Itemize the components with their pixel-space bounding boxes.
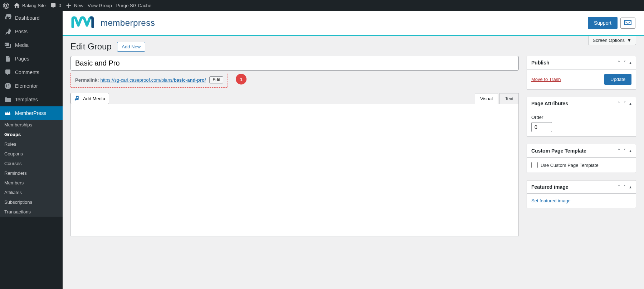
sidebar-submenu-memberpress: Memberships Groups Rules Coupons Courses… <box>0 120 63 217</box>
caret-down-icon[interactable]: ˅ <box>624 101 626 106</box>
wordpress-icon <box>3 3 9 9</box>
sidebar-item-memberpress[interactable]: MemberPress <box>0 106 63 120</box>
purge-cache-link[interactable]: Purge SG Cache <box>116 3 151 8</box>
memberpress-icon <box>4 110 11 117</box>
support-button[interactable]: Support <box>588 17 618 29</box>
sidebar-item-comments[interactable]: Comments <box>0 66 63 79</box>
sidebar-item-media[interactable]: Media <box>0 38 63 52</box>
page-attributes-metabox: Page Attributes ˄ ˅ ▴ Order <box>527 97 636 137</box>
plus-icon <box>65 3 72 9</box>
admin-sidebar: Dashboard Posts Media Pages Comments Ele… <box>0 11 63 289</box>
sidebar-sub-subscriptions[interactable]: Subscriptions <box>0 197 63 207</box>
caret-up-icon[interactable]: ˄ <box>618 101 620 106</box>
new-link[interactable]: New <box>65 3 83 9</box>
sidebar-sub-members[interactable]: Members <box>0 178 63 188</box>
publish-metabox: Publish ˄ ˅ ▴ Move to Trash Update <box>527 56 636 90</box>
group-title-input[interactable] <box>70 56 519 71</box>
publish-title: Publish <box>531 60 550 66</box>
caret-down-icon: ▼ <box>627 38 631 43</box>
sidebar-sub-memberships[interactable]: Memberships <box>0 120 63 130</box>
add-new-button[interactable]: Add New <box>117 42 145 52</box>
editor-tabs: Visual Text <box>475 93 519 104</box>
comment-count: 0 <box>59 3 61 8</box>
caret-up-icon[interactable]: ˄ <box>618 184 620 189</box>
sidebar-sub-transactions[interactable]: Transactions <box>0 207 63 217</box>
brand-bar: memberpress Support <box>63 11 644 36</box>
sidebar-item-pages[interactable]: Pages <box>0 52 63 66</box>
inbox-button[interactable] <box>620 18 635 29</box>
move-to-trash-link[interactable]: Move to Trash <box>531 77 561 82</box>
inbox-icon <box>624 20 631 25</box>
tab-visual[interactable]: Visual <box>475 93 498 104</box>
memberpress-mark-icon <box>71 16 97 30</box>
site-name: Baking Site <box>22 3 46 8</box>
update-button[interactable]: Update <box>604 74 631 85</box>
sidebar-sub-rules[interactable]: Rules <box>0 139 63 149</box>
main-content: memberpress Support Screen Options ▼ Edi… <box>63 11 644 289</box>
screen-options-toggle[interactable]: Screen Options ▼ <box>588 36 636 45</box>
sidebar-sub-coupons[interactable]: Coupons <box>0 149 63 159</box>
sidebar-item-dashboard[interactable]: Dashboard <box>0 11 63 25</box>
comments-icon <box>4 69 11 76</box>
custom-template-title: Custom Page Template <box>531 148 586 154</box>
dashboard-icon <box>4 14 11 21</box>
caret-top-icon[interactable]: ▴ <box>629 184 631 189</box>
wp-logo[interactable] <box>3 3 9 9</box>
edit-permalink-button[interactable]: Edit <box>209 76 223 83</box>
permalink-row: Permalink: https://sg-carl.caseproof.com… <box>70 73 228 88</box>
page-icon <box>4 55 11 62</box>
admin-top-bar: Baking Site 0 New View Group Purge SG Ca… <box>0 0 644 11</box>
caret-down-icon[interactable]: ˅ <box>624 184 626 189</box>
featured-image-title: Featured image <box>531 184 568 190</box>
memberpress-wordmark: memberpress <box>101 18 155 28</box>
order-label: Order <box>531 115 631 120</box>
caret-down-icon[interactable]: ˅ <box>624 148 626 153</box>
caret-up-icon[interactable]: ˄ <box>618 148 620 153</box>
use-custom-template-label[interactable]: Use Custom Page Template <box>531 162 631 168</box>
svg-rect-4 <box>8 87 9 87</box>
page-title: Edit Group <box>70 42 112 52</box>
content-editor[interactable] <box>70 104 519 236</box>
permalink-link[interactable]: https://sg-carl.caseproof.com/plans/basi… <box>100 77 206 83</box>
set-featured-image-link[interactable]: Set featured image <box>531 198 571 203</box>
comments-link[interactable]: 0 <box>50 3 61 9</box>
permalink-label: Permalink: <box>75 77 99 83</box>
media-note-icon <box>74 95 81 102</box>
elementor-icon <box>4 82 11 90</box>
media-icon <box>4 42 11 49</box>
svg-rect-1 <box>6 85 7 87</box>
sidebar-sub-groups[interactable]: Groups <box>0 130 63 139</box>
new-label: New <box>74 3 83 8</box>
use-custom-template-checkbox[interactable] <box>531 162 538 168</box>
svg-rect-3 <box>8 86 9 86</box>
view-group-link[interactable]: View Group <box>88 3 112 8</box>
caret-down-icon[interactable]: ˅ <box>624 60 626 65</box>
site-link[interactable]: Baking Site <box>14 3 46 9</box>
home-icon <box>14 3 20 9</box>
tab-text[interactable]: Text <box>499 93 519 104</box>
caret-top-icon[interactable]: ▴ <box>629 60 631 65</box>
sidebar-item-posts[interactable]: Posts <box>0 25 63 38</box>
caret-top-icon[interactable]: ▴ <box>629 148 631 153</box>
sidebar-item-templates[interactable]: Templates <box>0 93 63 106</box>
custom-template-metabox: Custom Page Template ˄ ˅ ▴ Use Custom Pa… <box>527 144 636 173</box>
order-input[interactable] <box>531 122 552 132</box>
pin-icon <box>4 28 11 35</box>
memberpress-logo: memberpress <box>71 16 155 30</box>
sidebar-sub-reminders[interactable]: Reminders <box>0 168 63 178</box>
sidebar-sub-courses[interactable]: Courses <box>0 159 63 168</box>
svg-rect-2 <box>8 85 9 85</box>
annotation-badge-1: 1 <box>236 74 247 85</box>
comment-icon <box>50 3 57 9</box>
caret-up-icon[interactable]: ˄ <box>618 60 620 65</box>
featured-image-metabox: Featured image ˄ ˅ ▴ Set featured image <box>527 180 636 208</box>
sidebar-item-elementor[interactable]: Elementor <box>0 79 63 93</box>
folder-icon <box>4 96 11 103</box>
add-media-button[interactable]: Add Media <box>70 93 109 104</box>
caret-top-icon[interactable]: ▴ <box>629 101 631 106</box>
page-attributes-title: Page Attributes <box>531 101 568 106</box>
sidebar-sub-affiliates[interactable]: Affiliates <box>0 188 63 197</box>
